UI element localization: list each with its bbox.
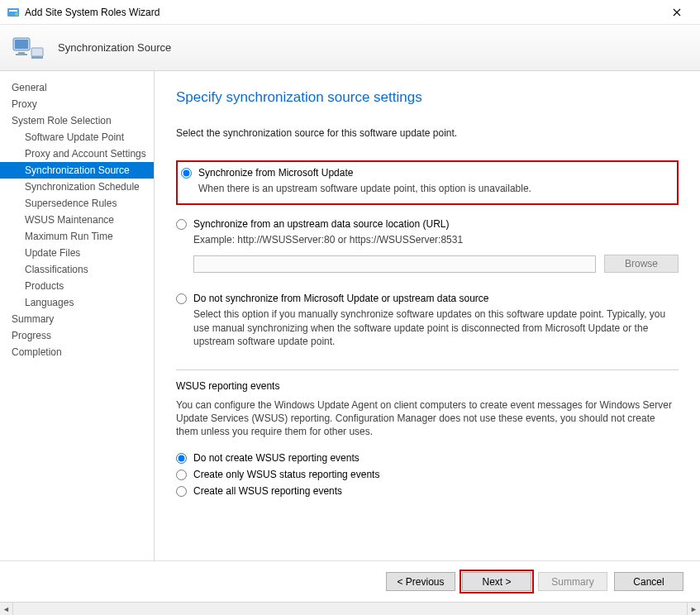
radio-do-not-sync[interactable]	[176, 293, 187, 304]
radio-label-sync-microsoft-update: Synchronize from Microsoft Update	[198, 167, 353, 179]
wsus-section-desc: You can configure the Windows Update Age…	[176, 398, 679, 439]
sidebar-item[interactable]: Proxy and Account Settings	[0, 145, 154, 162]
example-text: Example: http://WSUSServer:80 or https:/…	[193, 233, 679, 246]
svg-point-2	[15, 12, 18, 16]
highlight-box: Synchronize from Microsoft Update When t…	[176, 160, 679, 205]
radio-label-wsus-none: Do not create WSUS reporting events	[193, 452, 360, 464]
wizard-sidebar: GeneralProxySystem Role SelectionSoftwar…	[0, 71, 155, 560]
sidebar-item[interactable]: Completion	[0, 344, 154, 360]
wizard-footer: < Previous Next > Summary Cancel	[0, 560, 700, 602]
svg-rect-7	[31, 48, 43, 56]
close-button[interactable]	[660, 2, 693, 22]
cancel-button[interactable]: Cancel	[614, 572, 683, 591]
scroll-left-arrow[interactable]: ◄	[0, 603, 13, 615]
radio-label-do-not-sync: Do not synchronize from Microsoft Update…	[193, 293, 489, 304]
sidebar-item[interactable]: WSUS Maintenance	[0, 212, 154, 228]
title-bar: Add Site System Roles Wizard	[0, 0, 700, 25]
sidebar-item[interactable]: Languages	[0, 294, 154, 311]
sidebar-item[interactable]: Software Update Point	[0, 129, 154, 145]
sidebar-item[interactable]: Update Files	[0, 245, 154, 261]
app-icon	[7, 6, 20, 19]
svg-rect-1	[9, 10, 17, 12]
sidebar-item[interactable]: Synchronization Source	[0, 162, 154, 179]
next-button[interactable]: Next >	[462, 572, 531, 591]
sidebar-item[interactable]: Proxy	[0, 96, 154, 112]
window-title: Add Site System Roles Wizard	[25, 7, 660, 18]
intro-text: Select the synchronization source for th…	[176, 127, 679, 139]
summary-button: Summary	[538, 572, 607, 591]
horizontal-scrollbar[interactable]: ◄ ►	[0, 602, 700, 615]
wizard-header-icon	[12, 33, 45, 63]
radio-label-wsus-status-only: Create only WSUS status reporting events	[193, 469, 379, 480]
sidebar-item[interactable]: Supersedence Rules	[0, 195, 154, 212]
svg-rect-4	[15, 40, 28, 49]
browse-button: Browse	[604, 255, 679, 273]
upstream-url-input	[193, 255, 596, 273]
wizard-content: Specify synchronization source settings …	[155, 71, 700, 560]
radio-sync-microsoft-update[interactable]	[181, 168, 192, 179]
wizard-step-title: Synchronization Source	[58, 41, 171, 54]
sidebar-item[interactable]: Classifications	[0, 261, 154, 278]
radio-wsus-status-only[interactable]	[176, 470, 187, 480]
sidebar-item[interactable]: General	[0, 79, 154, 96]
radio-sync-upstream-url[interactable]	[176, 219, 187, 230]
radio-wsus-none[interactable]	[176, 453, 187, 464]
radio-label-sync-upstream-url: Synchronize from an upstream data source…	[193, 218, 449, 230]
page-heading: Specify synchronization source settings	[176, 89, 679, 106]
desc-sync-microsoft-update: When there is an upstream software updat…	[198, 182, 670, 195]
sidebar-item[interactable]: System Role Selection	[0, 112, 154, 129]
sidebar-item[interactable]: Summary	[0, 311, 154, 327]
wsus-section-title: WSUS reporting events	[176, 380, 679, 392]
sidebar-item[interactable]: Synchronization Schedule	[0, 179, 154, 195]
sidebar-item[interactable]: Products	[0, 278, 154, 294]
radio-label-wsus-all: Create all WSUS reporting events	[193, 485, 342, 497]
radio-wsus-all[interactable]	[176, 486, 187, 497]
previous-button[interactable]: < Previous	[386, 572, 455, 591]
desc-do-not-sync: Select this option if you manually synch…	[193, 308, 679, 348]
svg-rect-6	[16, 54, 27, 55]
svg-rect-5	[18, 52, 25, 54]
scroll-right-arrow[interactable]: ►	[687, 603, 700, 615]
separator	[176, 369, 679, 370]
sidebar-item[interactable]: Maximum Run Time	[0, 228, 154, 245]
sidebar-item[interactable]: Progress	[0, 327, 154, 344]
svg-rect-8	[31, 56, 43, 59]
wizard-header: Synchronization Source	[0, 25, 700, 71]
